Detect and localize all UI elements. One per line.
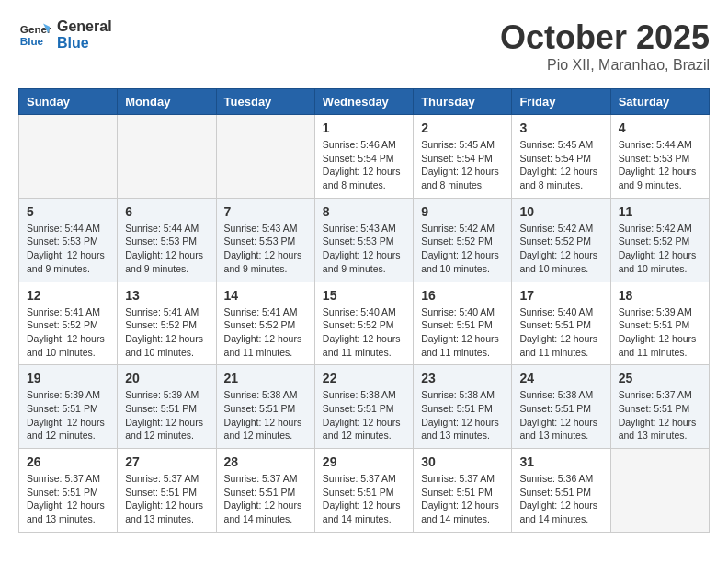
day-number: 25 <box>619 371 701 385</box>
calendar-cell: 29Sunrise: 5:37 AM Sunset: 5:51 PM Dayli… <box>314 449 413 533</box>
day-info: Sunrise: 5:41 AM Sunset: 5:52 PM Dayligh… <box>224 305 307 360</box>
day-number: 9 <box>421 204 504 219</box>
day-info: Sunrise: 5:44 AM Sunset: 5:53 PM Dayligh… <box>619 138 701 192</box>
day-info: Sunrise: 5:38 AM Sunset: 5:51 PM Dayligh… <box>519 388 602 442</box>
day-info: Sunrise: 5:37 AM Sunset: 5:51 PM Dayligh… <box>224 472 307 526</box>
day-number: 13 <box>125 288 208 303</box>
day-number: 15 <box>323 288 405 303</box>
day-info: Sunrise: 5:41 AM Sunset: 5:52 PM Dayligh… <box>125 305 208 360</box>
day-number: 26 <box>27 454 109 469</box>
calendar-cell: 16Sunrise: 5:40 AM Sunset: 5:51 PM Dayli… <box>414 282 512 365</box>
weekday-header: Wednesday <box>314 89 413 115</box>
day-number: 24 <box>519 371 602 385</box>
day-number: 28 <box>224 454 307 469</box>
day-info: Sunrise: 5:40 AM Sunset: 5:51 PM Dayligh… <box>421 305 504 360</box>
day-info: Sunrise: 5:39 AM Sunset: 5:51 PM Dayligh… <box>619 305 701 360</box>
day-info: Sunrise: 5:44 AM Sunset: 5:53 PM Dayligh… <box>125 222 208 276</box>
day-info: Sunrise: 5:46 AM Sunset: 5:54 PM Dayligh… <box>323 138 405 192</box>
day-number: 12 <box>27 288 109 303</box>
day-number: 23 <box>421 371 504 385</box>
day-number: 4 <box>619 121 701 135</box>
calendar-cell: 15Sunrise: 5:40 AM Sunset: 5:52 PM Dayli… <box>314 282 413 365</box>
calendar-week-row: 5Sunrise: 5:44 AM Sunset: 5:53 PM Daylig… <box>19 198 710 282</box>
calendar-cell: 11Sunrise: 5:42 AM Sunset: 5:52 PM Dayli… <box>610 198 709 282</box>
logo: General Blue General Blue <box>18 18 112 52</box>
calendar-cell <box>19 115 118 199</box>
calendar-cell: 2Sunrise: 5:45 AM Sunset: 5:54 PM Daylig… <box>414 115 512 199</box>
day-info: Sunrise: 5:44 AM Sunset: 5:53 PM Dayligh… <box>27 222 109 276</box>
day-number: 18 <box>619 288 701 303</box>
weekday-header: Saturday <box>610 89 709 115</box>
day-info: Sunrise: 5:40 AM Sunset: 5:52 PM Dayligh… <box>323 305 405 360</box>
calendar-cell: 30Sunrise: 5:37 AM Sunset: 5:51 PM Dayli… <box>414 449 512 533</box>
weekday-header: Tuesday <box>216 89 314 115</box>
day-number: 21 <box>224 371 307 385</box>
weekday-header: Friday <box>512 89 610 115</box>
day-info: Sunrise: 5:40 AM Sunset: 5:51 PM Dayligh… <box>519 305 602 360</box>
page-header: General Blue General Blue October 2025 P… <box>18 18 710 74</box>
calendar-cell: 18Sunrise: 5:39 AM Sunset: 5:51 PM Dayli… <box>610 282 709 365</box>
day-number: 7 <box>224 204 307 219</box>
day-number: 3 <box>519 121 602 135</box>
weekday-header: Monday <box>118 89 216 115</box>
calendar-cell: 20Sunrise: 5:39 AM Sunset: 5:51 PM Dayli… <box>118 365 216 449</box>
calendar-week-row: 26Sunrise: 5:37 AM Sunset: 5:51 PM Dayli… <box>19 449 710 533</box>
calendar-cell <box>216 115 314 199</box>
day-info: Sunrise: 5:39 AM Sunset: 5:51 PM Dayligh… <box>27 388 109 442</box>
calendar: SundayMondayTuesdayWednesdayThursdayFrid… <box>18 88 710 533</box>
calendar-cell: 21Sunrise: 5:38 AM Sunset: 5:51 PM Dayli… <box>216 365 314 449</box>
weekday-header: Sunday <box>19 89 118 115</box>
day-number: 31 <box>519 454 602 469</box>
day-number: 1 <box>323 121 405 135</box>
day-info: Sunrise: 5:38 AM Sunset: 5:51 PM Dayligh… <box>323 388 405 442</box>
calendar-week-row: 19Sunrise: 5:39 AM Sunset: 5:51 PM Dayli… <box>19 365 710 449</box>
day-info: Sunrise: 5:45 AM Sunset: 5:54 PM Dayligh… <box>421 138 504 192</box>
calendar-cell: 8Sunrise: 5:43 AM Sunset: 5:53 PM Daylig… <box>314 198 413 282</box>
calendar-cell: 7Sunrise: 5:43 AM Sunset: 5:53 PM Daylig… <box>216 198 314 282</box>
day-number: 14 <box>224 288 307 303</box>
day-number: 22 <box>323 371 405 385</box>
day-number: 30 <box>421 454 504 469</box>
calendar-cell: 10Sunrise: 5:42 AM Sunset: 5:52 PM Dayli… <box>512 198 610 282</box>
day-info: Sunrise: 5:42 AM Sunset: 5:52 PM Dayligh… <box>619 222 701 276</box>
calendar-cell: 1Sunrise: 5:46 AM Sunset: 5:54 PM Daylig… <box>314 115 413 199</box>
logo-blue: Blue <box>57 35 112 52</box>
day-number: 6 <box>125 204 208 219</box>
calendar-cell: 9Sunrise: 5:42 AM Sunset: 5:52 PM Daylig… <box>414 198 512 282</box>
calendar-cell: 17Sunrise: 5:40 AM Sunset: 5:51 PM Dayli… <box>512 282 610 365</box>
day-info: Sunrise: 5:42 AM Sunset: 5:52 PM Dayligh… <box>421 222 504 276</box>
day-info: Sunrise: 5:43 AM Sunset: 5:53 PM Dayligh… <box>323 222 405 276</box>
day-number: 20 <box>125 371 208 385</box>
calendar-cell: 26Sunrise: 5:37 AM Sunset: 5:51 PM Dayli… <box>19 449 118 533</box>
day-number: 16 <box>421 288 504 303</box>
day-info: Sunrise: 5:37 AM Sunset: 5:51 PM Dayligh… <box>619 388 701 442</box>
title-block: October 2025 Pio XII, Maranhao, Brazil <box>500 18 710 74</box>
day-number: 19 <box>27 371 109 385</box>
day-info: Sunrise: 5:45 AM Sunset: 5:54 PM Dayligh… <box>519 138 602 192</box>
calendar-cell <box>610 449 709 533</box>
day-number: 11 <box>619 204 701 219</box>
calendar-cell: 25Sunrise: 5:37 AM Sunset: 5:51 PM Dayli… <box>610 365 709 449</box>
calendar-cell: 24Sunrise: 5:38 AM Sunset: 5:51 PM Dayli… <box>512 365 610 449</box>
day-info: Sunrise: 5:38 AM Sunset: 5:51 PM Dayligh… <box>421 388 504 442</box>
calendar-cell: 19Sunrise: 5:39 AM Sunset: 5:51 PM Dayli… <box>19 365 118 449</box>
day-info: Sunrise: 5:41 AM Sunset: 5:52 PM Dayligh… <box>27 305 109 360</box>
logo-icon: General Blue <box>18 18 51 52</box>
day-number: 27 <box>125 454 208 469</box>
day-info: Sunrise: 5:39 AM Sunset: 5:51 PM Dayligh… <box>125 388 208 442</box>
day-info: Sunrise: 5:43 AM Sunset: 5:53 PM Dayligh… <box>224 222 307 276</box>
calendar-week-row: 12Sunrise: 5:41 AM Sunset: 5:52 PM Dayli… <box>19 282 710 365</box>
month-title: October 2025 <box>500 18 710 57</box>
day-info: Sunrise: 5:37 AM Sunset: 5:51 PM Dayligh… <box>421 472 504 526</box>
calendar-cell: 13Sunrise: 5:41 AM Sunset: 5:52 PM Dayli… <box>118 282 216 365</box>
calendar-cell: 12Sunrise: 5:41 AM Sunset: 5:52 PM Dayli… <box>19 282 118 365</box>
day-info: Sunrise: 5:42 AM Sunset: 5:52 PM Dayligh… <box>519 222 602 276</box>
day-info: Sunrise: 5:37 AM Sunset: 5:51 PM Dayligh… <box>125 472 208 526</box>
day-number: 29 <box>323 454 405 469</box>
weekday-header-row: SundayMondayTuesdayWednesdayThursdayFrid… <box>19 89 710 115</box>
location: Pio XII, Maranhao, Brazil <box>500 57 710 74</box>
calendar-cell: 5Sunrise: 5:44 AM Sunset: 5:53 PM Daylig… <box>19 198 118 282</box>
calendar-cell: 14Sunrise: 5:41 AM Sunset: 5:52 PM Dayli… <box>216 282 314 365</box>
logo-general: General <box>57 18 112 35</box>
day-info: Sunrise: 5:38 AM Sunset: 5:51 PM Dayligh… <box>224 388 307 442</box>
